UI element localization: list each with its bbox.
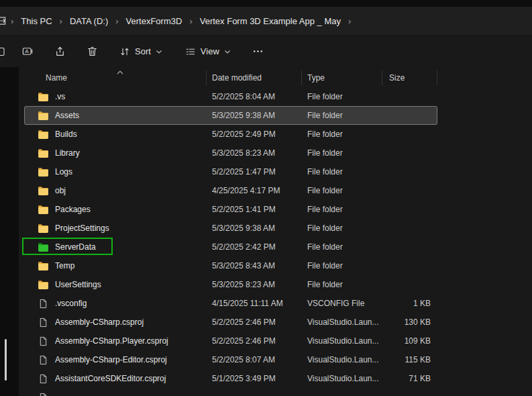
date-modified-cell: 5/2/2025 2:42 PM: [207, 242, 302, 252]
breadcrumb-chevron-icon[interactable]: ›: [56, 16, 66, 26]
type-cell: File folder: [302, 148, 382, 158]
table-row[interactable]: ProjectSettings 5/3/2025 9:38 AM File fo…: [24, 219, 437, 238]
name-cell: UserSettings: [24, 279, 207, 291]
file-type-icon: [38, 166, 49, 178]
delete-button[interactable]: [81, 41, 103, 62]
share-button[interactable]: [49, 41, 70, 62]
table-row[interactable]: Library 5/3/2025 8:23 AM File folder: [24, 144, 437, 162]
view-label: View: [201, 46, 219, 56]
name-cell: Assembly-CSharp.Player.csproj: [24, 336, 207, 347]
breadcrumb-item[interactable]: This PC: [17, 13, 56, 29]
sort-label: Sort: [135, 46, 151, 56]
file-type-icon: [38, 373, 49, 385]
date-modified-cell: 5/2/2025 1:41 PM: [207, 205, 302, 214]
type-cell: File folder: [302, 242, 382, 252]
breadcrumb-item[interactable]: Vertex Form 3D Example App _ May: [196, 13, 345, 29]
name-cell: Assets: [24, 110, 207, 121]
table-row[interactable]: Assembly-CSharp.Player.csproj 5/2/2025 2…: [24, 332, 437, 350]
table-row[interactable]: obj 4/25/2025 4:17 PM File folder: [24, 181, 437, 200]
scrollbar-thumb[interactable]: [5, 339, 7, 381]
type-cell: VisualStudio.Laun...: [302, 355, 382, 364]
date-modified-cell: 5/2/2025 8:07 AM: [207, 355, 302, 364]
table-row[interactable]: Builds 5/2/2025 2:49 PM File folder: [24, 125, 437, 144]
file-name: Library: [55, 148, 80, 158]
breadcrumb-item[interactable]: DATA (D:): [66, 13, 112, 29]
sort-icon: [119, 46, 130, 57]
column-header-name[interactable]: Name: [24, 70, 207, 85]
name-cell: Logs: [24, 166, 207, 178]
file-type-icon: [38, 129, 49, 140]
table-row[interactable]: .vsconfig 4/15/2025 11:11 AM VSCONFIG Fi…: [24, 294, 437, 313]
date-modified-cell: 5/3/2025 9:38 AM: [207, 111, 302, 120]
table-row[interactable]: Assets 5/3/2025 9:38 AM File folder: [24, 106, 437, 125]
file-type-icon: [38, 317, 49, 328]
file-name: Assembly-CSharp-Editor.csproj: [55, 355, 167, 364]
size-cell: 1 KB: [382, 299, 437, 308]
file-name: ServerData: [55, 242, 96, 252]
type-cell: VisualStudio.Laun...: [302, 374, 382, 383]
rename-button[interactable]: A: [17, 41, 38, 62]
date-modified-cell: 5/3/2025 8:23 AM: [207, 148, 302, 158]
more-options-icon: [252, 46, 264, 57]
date-modified-cell: 5/3/2025 8:43 AM: [207, 261, 302, 270]
name-cell: .vs: [24, 91, 207, 103]
type-cell: VSCONFIG File: [302, 299, 382, 308]
name-cell: ServerData: [24, 242, 207, 253]
name-cell: Builds: [24, 129, 207, 140]
file-name: Assembly-CSharp.csproj: [55, 317, 144, 327]
table-row[interactable]: UserSettings 5/3/2025 8:23 AM File folde…: [24, 275, 437, 294]
table-row[interactable]: Temp 5/3/2025 8:43 AM File folder: [24, 256, 437, 275]
file-type-icon: [38, 91, 49, 103]
date-modified-cell: 5/3/2025 9:38 AM: [207, 224, 302, 233]
name-cell: .vsconfig: [24, 298, 207, 309]
breadcrumb-chevron-icon[interactable]: ›: [112, 16, 121, 26]
size-cell: 109 KB: [382, 336, 437, 346]
date-modified-cell: 5/2/2025 2:46 PM: [207, 317, 302, 327]
breadcrumb-chevron-icon[interactable]: ›: [345, 16, 354, 26]
table-row[interactable]: [24, 388, 437, 396]
size-cell: 130 KB: [382, 317, 437, 327]
trash-icon: [87, 46, 98, 57]
size-cell: 71 KB: [382, 374, 437, 383]
breadcrumb-item[interactable]: VertexForm3D: [122, 13, 187, 29]
table-row[interactable]: AssistantCoreSDKEditor.csproj 5/1/2025 3…: [24, 369, 437, 388]
name-cell: [24, 392, 207, 396]
breadcrumb-bar: ›This PC›DATA (D:)›VertexForm3D›Vertex F…: [0, 7, 532, 36]
file-type-icon: [38, 223, 49, 234]
file-type-icon: [38, 279, 49, 291]
type-cell: File folder: [302, 261, 382, 270]
file-list: .vs 5/2/2025 8:04 AM File folder Assets …: [19, 87, 475, 396]
file-name: obj: [55, 186, 66, 195]
file-name: .vsconfig: [55, 299, 87, 308]
table-row[interactable]: Assembly-CSharp.csproj 5/2/2025 2:46 PM …: [24, 313, 437, 332]
column-header-date-modified[interactable]: Date modified: [207, 70, 302, 85]
date-modified-cell: 4/25/2025 4:17 PM: [207, 186, 302, 195]
nav-icon-partial[interactable]: [0, 15, 7, 27]
name-cell: obj: [24, 185, 207, 197]
sort-button[interactable]: Sort: [113, 41, 168, 62]
table-row[interactable]: ServerData 5/2/2025 2:42 PM File folder: [24, 238, 437, 256]
breadcrumb-chevron-icon[interactable]: ›: [7, 16, 17, 26]
more-options-button[interactable]: [248, 41, 269, 62]
table-row[interactable]: .vs 5/2/2025 8:04 AM File folder: [24, 87, 437, 106]
breadcrumb-chevron-icon[interactable]: ›: [186, 16, 195, 26]
table-row[interactable]: Assembly-CSharp-Editor.csproj 5/2/2025 8…: [24, 350, 437, 369]
view-button[interactable]: View: [179, 41, 237, 62]
type-cell: File folder: [302, 130, 382, 139]
svg-text:A: A: [25, 48, 29, 54]
file-name: Temp: [55, 261, 74, 270]
sort-ascending-icon: [117, 67, 123, 77]
file-name: ProjectSettings: [55, 224, 109, 233]
table-row[interactable]: Logs 5/2/2025 1:47 PM File folder: [24, 162, 437, 181]
file-type-icon: [38, 336, 49, 347]
date-modified-cell: 5/2/2025 1:47 PM: [207, 167, 302, 177]
date-modified-cell: 5/1/2025 3:49 PM: [207, 374, 302, 383]
toolbar-icon-partial[interactable]: [0, 41, 5, 62]
name-cell: Assembly-CSharp.csproj: [24, 317, 207, 328]
column-header-type-label: Type: [307, 73, 325, 83]
file-name: Assets: [55, 111, 79, 120]
column-header-type[interactable]: Type: [302, 70, 382, 85]
table-row[interactable]: Packages 5/2/2025 1:41 PM File folder: [24, 200, 437, 219]
file-name: Assembly-CSharp.Player.csproj: [55, 336, 168, 346]
column-header-size[interactable]: Size: [382, 70, 437, 85]
